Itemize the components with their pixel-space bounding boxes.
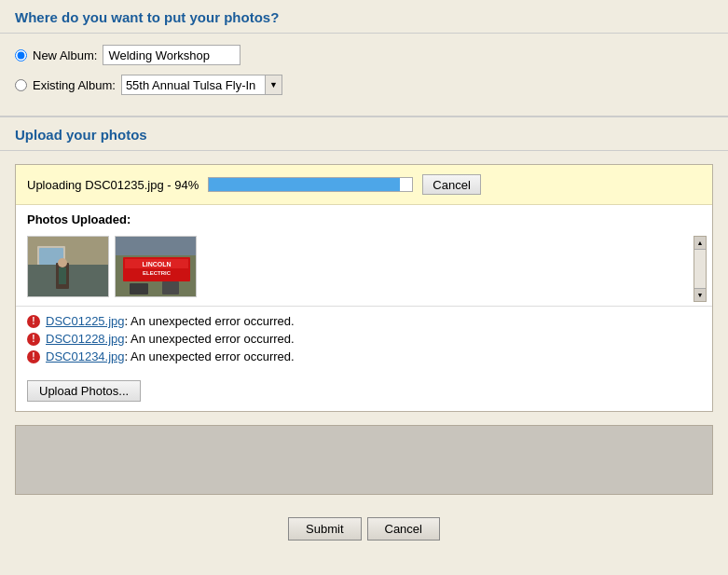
svg-rect-16	[162, 281, 179, 294]
existing-album-radio[interactable]	[15, 79, 27, 91]
svg-rect-7	[59, 267, 66, 284]
error-2-message: An unexpected error occurred.	[130, 332, 295, 346]
progress-cancel-button[interactable]: Cancel	[422, 174, 480, 195]
error-icon-1: !	[27, 315, 40, 328]
page-wrapper: Where do you want to put your photos? Ne…	[0, 0, 728, 575]
progress-label: Uploading DSC01235.jpg - 94%	[27, 178, 199, 192]
error-icon-3: !	[27, 350, 40, 363]
svg-text:ELECTRIC: ELECTRIC	[143, 270, 172, 276]
thumbnails-scrollbar[interactable]: ▲ ▼	[694, 236, 707, 302]
upload-section-title: Upload your photos	[15, 127, 147, 143]
error-item-1: ! DSC01225.jpg: An unexpected error occu…	[27, 314, 701, 328]
existing-album-select-wrapper: ▼	[121, 75, 282, 95]
error-1-text: DSC01225.jpg: An unexpected error occurr…	[46, 314, 295, 328]
error-icon-2: !	[27, 333, 40, 346]
main-question: Where do you want to put your photos?	[15, 9, 279, 25]
thumbnail-2: LINCOLN ELECTRIC	[115, 236, 197, 297]
new-album-input[interactable]	[103, 45, 240, 65]
existing-album-value[interactable]	[121, 75, 266, 95]
error-list: ! DSC01225.jpg: An unexpected error occu…	[16, 307, 712, 375]
error-3-message: An unexpected error occurred.	[130, 349, 295, 363]
svg-point-6	[58, 258, 67, 267]
progress-fill	[209, 178, 400, 191]
footer-buttons: Submit Cancel	[0, 504, 728, 555]
existing-album-label: Existing Album:	[33, 78, 116, 92]
new-album-radio[interactable]	[15, 49, 27, 62]
cancel-button[interactable]: Cancel	[367, 517, 440, 541]
photos-uploaded-label: Photos Uploaded:	[16, 205, 712, 232]
upload-photos-button[interactable]: Upload Photos...	[27, 380, 141, 402]
thumbnail-1-svg	[28, 237, 109, 297]
progress-track	[208, 177, 413, 192]
scroll-down-arrow[interactable]: ▼	[694, 288, 706, 301]
upload-section-header: Upload your photos	[0, 117, 728, 151]
thumbnail-2-svg: LINCOLN ELECTRIC	[116, 237, 197, 297]
main-question-header: Where do you want to put your photos?	[0, 0, 728, 34]
svg-rect-15	[130, 283, 148, 294]
error-item-2: ! DSC01228.jpg: An unexpected error occu…	[27, 332, 701, 346]
existing-album-dropdown-arrow[interactable]: ▼	[266, 75, 282, 95]
error-3-link[interactable]: DSC01234.jpg	[46, 349, 125, 363]
new-album-label: New Album:	[33, 48, 97, 62]
existing-album-row: Existing Album: ▼	[15, 75, 713, 95]
progress-bar-area: Uploading DSC01235.jpg - 94% Cancel	[16, 165, 712, 205]
thumbnail-1	[27, 236, 109, 297]
scroll-up-arrow[interactable]: ▲	[694, 237, 706, 250]
error-item-3: ! DSC01234.jpg: An unexpected error occu…	[27, 349, 701, 363]
error-2-text: DSC01228.jpg: An unexpected error occurr…	[46, 332, 295, 346]
error-3-text: DSC01234.jpg: An unexpected error occurr…	[46, 349, 295, 363]
svg-rect-9	[116, 237, 197, 255]
error-1-link[interactable]: DSC01225.jpg	[46, 314, 125, 328]
error-2-link[interactable]: DSC01228.jpg	[46, 332, 125, 346]
submit-button[interactable]: Submit	[288, 517, 361, 541]
gray-area	[15, 425, 713, 495]
album-selection: New Album: Existing Album: ▼	[0, 34, 728, 116]
svg-text:LINCOLN: LINCOLN	[142, 261, 171, 267]
thumbnails-area: LINCOLN ELECTRIC ▲ ▼	[16, 232, 712, 307]
error-1-message: An unexpected error occurred.	[130, 314, 295, 328]
new-album-row: New Album:	[15, 45, 713, 65]
upload-area: Uploading DSC01235.jpg - 94% Cancel Phot…	[15, 164, 713, 412]
